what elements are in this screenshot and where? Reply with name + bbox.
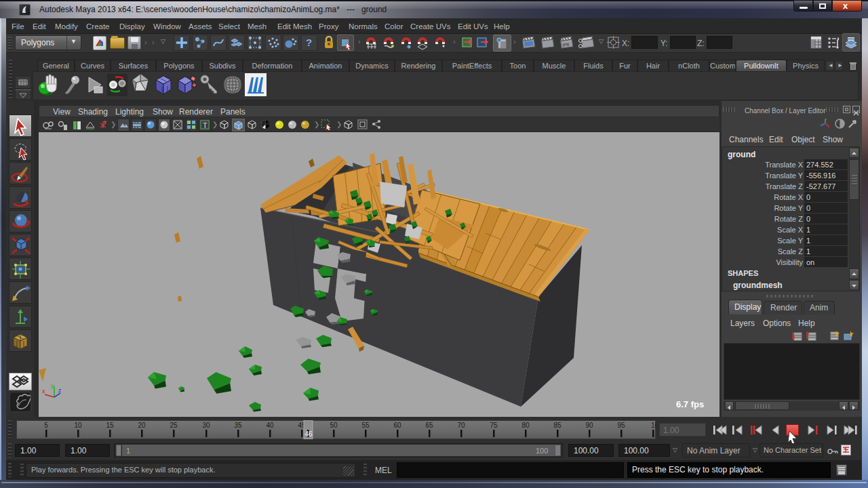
svg-text:30: 30 — [202, 422, 210, 429]
svg-text:25: 25 — [170, 422, 178, 429]
svg-text:46: 46 — [304, 430, 313, 438]
svg-text:z: z — [58, 387, 62, 394]
svg-text:5: 5 — [44, 422, 48, 429]
svg-text:15: 15 — [106, 422, 114, 429]
svg-text:65: 65 — [425, 422, 433, 429]
svg-text:80: 80 — [521, 422, 530, 429]
svg-text:55: 55 — [361, 422, 370, 429]
svg-text:70: 70 — [457, 422, 465, 429]
svg-text:y: y — [51, 382, 54, 389]
svg-text:10: 10 — [651, 422, 656, 429]
svg-text:T: T — [203, 121, 208, 129]
svg-text:90: 90 — [585, 422, 593, 429]
svg-text:x: x — [42, 388, 45, 394]
svg-text:40: 40 — [266, 422, 274, 429]
svg-text:60: 60 — [393, 422, 401, 429]
svg-text:95: 95 — [617, 422, 625, 429]
svg-text:50: 50 — [330, 422, 338, 429]
svg-text:75: 75 — [490, 422, 498, 429]
svg-text:35: 35 — [234, 422, 242, 429]
svg-text:10: 10 — [74, 422, 82, 429]
svg-text:6.7 fps: 6.7 fps — [676, 399, 704, 409]
svg-text:20: 20 — [138, 422, 146, 429]
svg-text:85: 85 — [553, 422, 561, 429]
